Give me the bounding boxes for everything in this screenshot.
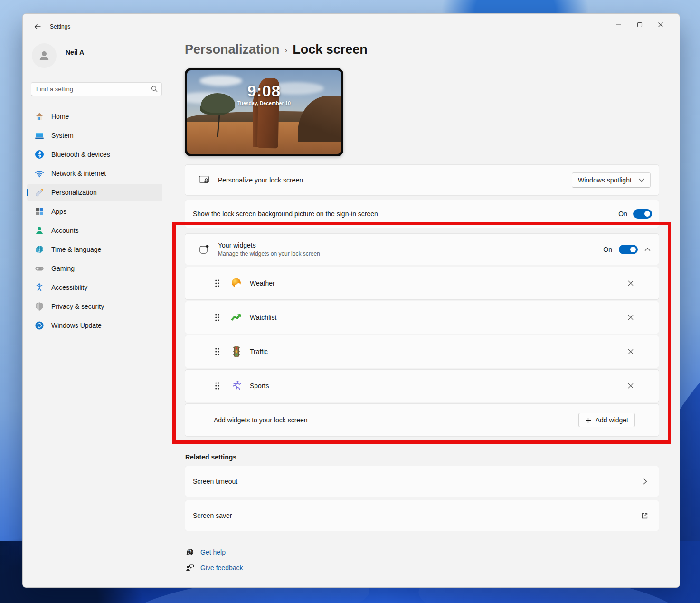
get-help-label: Get help (200, 548, 226, 556)
maximize-button[interactable] (629, 18, 650, 32)
widget-row-traffic: Traffic (185, 335, 659, 368)
person-icon (37, 48, 51, 63)
minimize-button[interactable] (608, 18, 629, 32)
breadcrumb-parent[interactable]: Personalization (185, 42, 280, 57)
personalize-lock-screen-card: Personalize your lock screen Windows spo… (185, 164, 659, 196)
widget-row-sports: Sports (185, 369, 659, 402)
give-feedback-label: Give feedback (200, 564, 243, 572)
get-help-link[interactable]: ? Get help (185, 547, 226, 557)
search-icon (151, 86, 158, 92)
maximize-icon (637, 22, 643, 28)
lock-screen-mode-dropdown[interactable]: Windows spotlight (572, 172, 651, 188)
widget-row-weather: Weather (185, 267, 659, 300)
sidebar-item-privacy-security[interactable]: Privacy & security (27, 298, 162, 315)
help-icon: ? (185, 547, 195, 557)
minimize-icon (616, 22, 622, 28)
accessibility-icon (35, 283, 44, 292)
sports-runner-icon (230, 380, 243, 392)
drag-handle-icon[interactable] (215, 382, 220, 390)
close-icon (658, 22, 663, 28)
watchlist-icon (230, 311, 243, 324)
sidebar-item-label: Bluetooth & devices (51, 151, 110, 158)
close-x-icon (627, 314, 634, 321)
search-box[interactable] (31, 82, 162, 96)
settings-window: Settings Neil A Home System Bluetooth (22, 13, 680, 588)
system-icon (35, 131, 44, 140)
weather-icon (230, 277, 243, 289)
gamepad-icon (35, 264, 44, 273)
paintbrush-icon (35, 188, 44, 197)
accounts-icon (35, 226, 44, 235)
sidebar-item-home[interactable]: Home (27, 108, 162, 125)
sidebar-item-accounts[interactable]: Accounts (27, 222, 162, 239)
breadcrumb: Personalization › Lock screen (185, 42, 368, 57)
chevron-right-icon (643, 478, 647, 485)
signin-background-toggle[interactable] (633, 209, 652, 219)
drag-handle-icon[interactable] (215, 313, 220, 322)
sidebar-item-network-internet[interactable]: Network & internet (27, 165, 162, 182)
bluetooth-icon (35, 150, 44, 159)
sidebar-item-personalization[interactable]: Personalization (27, 184, 162, 201)
give-feedback-link[interactable]: Give feedback (185, 563, 243, 573)
sidebar-item-label: Network & internet (51, 170, 106, 177)
sidebar-item-time-language[interactable]: Time & language (27, 241, 162, 258)
breadcrumb-separator: › (285, 44, 288, 55)
close-x-icon (627, 383, 634, 389)
back-button[interactable] (33, 22, 42, 31)
close-x-icon (627, 348, 634, 355)
close-x-icon (627, 280, 634, 287)
widget-label: Watchlist (250, 314, 276, 321)
chevron-up-icon[interactable] (644, 247, 651, 251)
avatar[interactable] (32, 43, 57, 68)
sidebar-item-label: Time & language (51, 246, 101, 253)
lock-screen-wallpaper: 9:08 Tuesday, December 10 (187, 70, 341, 154)
add-widgets-row: Add widgets to your lock screen Add widg… (185, 403, 659, 437)
sidebar-item-gaming[interactable]: Gaming (27, 260, 162, 277)
app-title: Settings (50, 23, 70, 30)
preview-time: 9:08 (187, 82, 341, 100)
lock-screen-icon (199, 174, 210, 186)
sidebar-nav: Home System Bluetooth & devices Network … (27, 108, 162, 336)
widget-row-watchlist: Watchlist (185, 301, 659, 334)
page-title: Lock screen (293, 42, 368, 57)
traffic-light-icon (230, 345, 243, 358)
back-arrow-icon (34, 23, 41, 30)
sidebar-item-label: Privacy & security (51, 303, 104, 310)
widgets-toggle[interactable] (619, 245, 638, 254)
drag-handle-icon[interactable] (215, 279, 220, 287)
remove-widget-button[interactable] (627, 383, 634, 389)
svg-text:?: ? (189, 549, 191, 554)
plus-icon (585, 417, 591, 423)
sidebar-item-label: Personalization (51, 189, 97, 196)
sidebar-item-accessibility[interactable]: Accessibility (27, 279, 162, 296)
search-input[interactable] (31, 82, 162, 96)
sidebar-item-windows-update[interactable]: Windows Update (27, 317, 162, 334)
preview-date: Tuesday, December 10 (187, 100, 341, 106)
apps-icon (35, 207, 44, 216)
sidebar-item-label: Gaming (51, 265, 75, 272)
close-button[interactable] (650, 18, 671, 32)
sidebar-item-label: Accounts (51, 227, 79, 234)
screen-timeout-row[interactable]: Screen timeout (185, 466, 659, 497)
remove-widget-button[interactable] (627, 314, 634, 321)
drag-handle-icon[interactable] (215, 347, 220, 356)
sidebar-item-apps[interactable]: Apps (27, 203, 162, 220)
personalize-label: Personalize your lock screen (218, 176, 303, 184)
feedback-icon (185, 563, 195, 573)
add-widget-button[interactable]: Add widget (578, 413, 635, 427)
widget-label: Sports (250, 382, 269, 390)
shield-icon (35, 302, 44, 311)
signin-background-card: Show the lock screen background picture … (185, 200, 659, 228)
sidebar-item-label: Home (51, 113, 69, 120)
widget-label: Traffic (250, 348, 268, 355)
sidebar-item-label: Windows Update (51, 322, 102, 329)
sidebar-item-bluetooth-devices[interactable]: Bluetooth & devices (27, 146, 162, 163)
sidebar-item-system[interactable]: System (27, 127, 162, 144)
lock-screen-preview: 9:08 Tuesday, December 10 (185, 68, 343, 156)
external-link-icon (641, 512, 648, 519)
sidebar-item-label: Accessibility (51, 284, 87, 291)
screen-saver-row[interactable]: Screen saver (185, 500, 659, 531)
your-widgets-card[interactable]: Your widgets Manage the widgets on your … (185, 233, 659, 265)
remove-widget-button[interactable] (627, 280, 634, 287)
remove-widget-button[interactable] (627, 348, 634, 355)
